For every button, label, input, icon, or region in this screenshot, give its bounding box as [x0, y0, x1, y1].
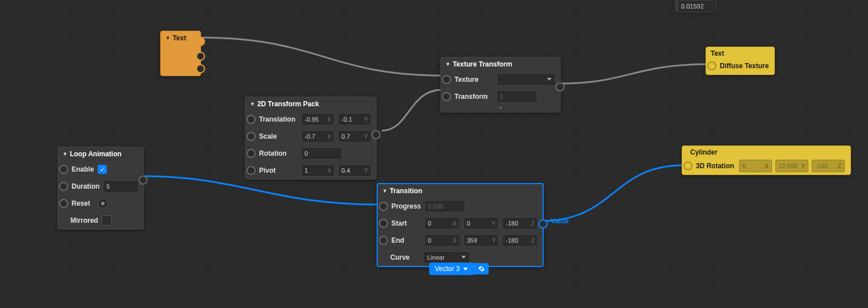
- param-label: Texture: [454, 76, 493, 84]
- input-socket[interactable]: [247, 166, 256, 175]
- node-header[interactable]: Text: [706, 47, 774, 57]
- param-label: Curve: [390, 253, 420, 261]
- input-socket[interactable]: [379, 219, 388, 228]
- start-y-field[interactable]: 0Y: [464, 217, 499, 230]
- node-title: Cylinder: [690, 148, 717, 156]
- chevron-down-icon: ▼: [382, 188, 387, 194]
- param-label: 3D Rotation: [696, 162, 736, 170]
- output-socket[interactable]: [196, 37, 205, 46]
- node-title: Loop Animation: [70, 150, 122, 158]
- output-label: Value: [551, 217, 569, 225]
- node-cylinder[interactable]: Cylinder 3D Rotation 0X 12.565Y -180Z: [682, 145, 851, 175]
- end-x-field[interactable]: 0X: [424, 234, 460, 247]
- start-x-field[interactable]: 0X: [424, 217, 460, 230]
- input-socket[interactable]: [442, 92, 451, 101]
- duration-field[interactable]: 5: [103, 180, 139, 193]
- input-socket[interactable]: [247, 149, 256, 158]
- param-label: Translation: [259, 115, 298, 123]
- input-socket[interactable]: [683, 161, 692, 170]
- output-socket[interactable]: [196, 64, 205, 73]
- node-header[interactable]: Cylinder: [682, 146, 850, 157]
- end-z-field[interactable]: -180Z: [502, 234, 538, 247]
- param-label: Progress: [391, 202, 421, 210]
- chevron-down-icon: ▼: [62, 151, 68, 157]
- output-socket[interactable]: [196, 52, 205, 61]
- scale-x-field[interactable]: -0.7X: [301, 130, 335, 143]
- output-socket[interactable]: [539, 219, 548, 228]
- output-socket[interactable]: [556, 82, 565, 91]
- input-socket[interactable]: [247, 132, 256, 141]
- node-header[interactable]: ▼ Text: [161, 31, 201, 45]
- node-header[interactable]: ▼ 2D Transform Pack: [245, 97, 376, 111]
- node-header[interactable]: ▼ Transition: [378, 184, 542, 198]
- type-chip[interactable]: Vector 3: [429, 263, 473, 275]
- settings-button[interactable]: [474, 263, 489, 274]
- input-socket[interactable]: [442, 75, 451, 84]
- chevron-down-icon: ▼: [165, 35, 170, 41]
- chevron-down-icon[interactable]: ⌄: [498, 103, 503, 110]
- rot-y-field[interactable]: 12.565Y: [775, 160, 808, 172]
- node-title: Transition: [390, 187, 422, 195]
- mirrored-checkbox[interactable]: [102, 215, 112, 226]
- param-label: Start: [391, 219, 421, 227]
- node-texture-transform[interactable]: ▼ Texture Transform Texture Transform 1 …: [440, 57, 561, 113]
- rot-z-field[interactable]: -180Z: [812, 160, 845, 172]
- param-label: End: [391, 236, 421, 244]
- rot-x-field[interactable]: 0X: [739, 160, 772, 172]
- node-transition[interactable]: ▼ Transition Progress 0.035 Start 0X 0Y …: [377, 183, 544, 267]
- texture-select[interactable]: [496, 73, 556, 86]
- input-socket[interactable]: [59, 165, 68, 174]
- node-2d-transform-pack[interactable]: ▼ 2D Transform Pack Translation -0.95X -…: [245, 97, 377, 180]
- translation-y-field[interactable]: -0.1Y: [338, 113, 372, 126]
- param-label: Duration: [72, 182, 99, 190]
- param-label: Diffuse Texture: [720, 62, 769, 70]
- input-socket[interactable]: [59, 199, 68, 208]
- enable-checkbox[interactable]: [98, 165, 107, 174]
- node-header[interactable]: ▼ Texture Transform: [441, 57, 560, 71]
- node-loop-animation[interactable]: ▼ Loop Animation Enable Duration 5 Reset…: [57, 147, 144, 230]
- node-title: Text: [173, 34, 186, 42]
- value: 0.01592: [681, 3, 704, 10]
- type-selector[interactable]: Vector 3: [429, 263, 489, 275]
- param-label: Pivot: [259, 167, 298, 174]
- progress-field[interactable]: 0.035: [424, 200, 465, 213]
- output-socket[interactable]: [139, 176, 148, 185]
- node-diffuse-texture[interactable]: Text Diffuse Texture: [706, 47, 775, 75]
- pivot-y-field[interactable]: 0.4Y: [338, 164, 372, 177]
- param-label: Scale: [259, 132, 298, 140]
- transform-field[interactable]: 1: [496, 90, 537, 103]
- output-socket[interactable]: [372, 130, 381, 139]
- input-socket[interactable]: [247, 115, 256, 124]
- input-socket[interactable]: [379, 202, 388, 211]
- curve-select[interactable]: Linear: [423, 251, 470, 264]
- input-socket[interactable]: [379, 236, 388, 245]
- gear-icon: [478, 265, 485, 272]
- reset-button[interactable]: [98, 198, 108, 209]
- node-header[interactable]: ▼ Loop Animation: [58, 147, 143, 161]
- node-text[interactable]: ▼ Text: [160, 31, 201, 76]
- translation-x-field[interactable]: -0.95X: [301, 113, 335, 126]
- end-y-field[interactable]: 359Y: [464, 234, 499, 247]
- param-label: Reset: [72, 199, 94, 207]
- node-title: 2D Transform Pack: [257, 100, 319, 108]
- node-title: Texture Transform: [453, 60, 512, 68]
- param-label: Enable: [72, 165, 94, 173]
- param-label: Transform: [454, 93, 493, 101]
- chevron-down-icon: ▼: [250, 101, 255, 107]
- chevron-down-icon: ▼: [445, 61, 450, 67]
- input-socket[interactable]: [59, 182, 68, 191]
- param-label: Rotation: [259, 149, 298, 157]
- pivot-x-field[interactable]: 1X: [301, 164, 335, 177]
- node-title: Text: [711, 49, 724, 57]
- input-socket[interactable]: [707, 61, 716, 70]
- scale-y-field[interactable]: 0.7Y: [338, 130, 372, 143]
- start-z-field[interactable]: -180Z: [502, 217, 538, 230]
- param-label: Mirrored: [70, 217, 98, 224]
- rotation-field[interactable]: 0: [301, 147, 342, 160]
